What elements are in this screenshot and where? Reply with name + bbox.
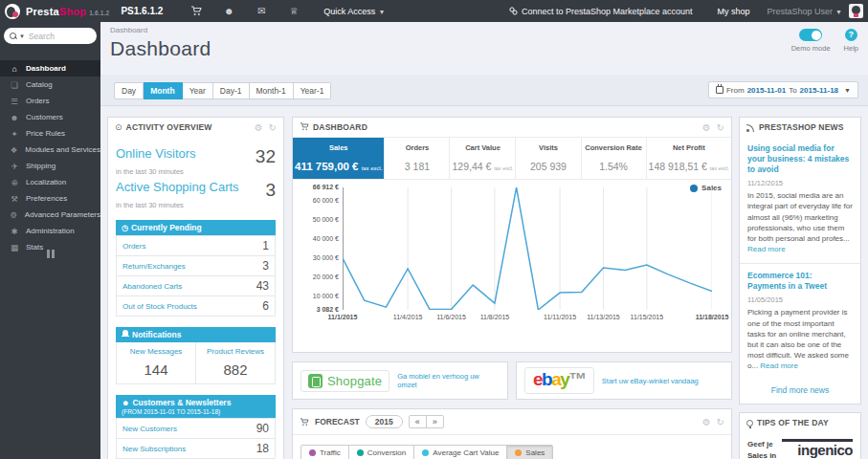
orders-link[interactable]: Orders [122,242,145,251]
metric-average-cart-value-button[interactable]: Average Cart Value [413,446,506,459]
period-month-1-button[interactable]: Month-1 [250,82,294,99]
marketplace-link[interactable]: Connect to PrestaShop Marketplace accoun… [509,7,693,16]
help-control: ? Help [844,29,858,53]
shopgate-link[interactable]: Ga mobiel en verhoog uw omzet [397,372,500,389]
shop-name[interactable]: PS1.6.1.2 [121,6,163,16]
mail-icon[interactable]: ✉ [245,6,278,16]
help-icon[interactable]: ? [845,29,857,41]
period-year-button[interactable]: Year [183,82,213,99]
table-row: Return/Exchanges3 [117,255,275,275]
kpi-conversion-rate[interactable]: Conversion Rate1.54% [581,138,646,179]
search-box[interactable]: ▼ [4,28,97,44]
find-more-news-link[interactable]: Find more news [740,380,860,404]
news-article-title[interactable]: Using social media for your business: 4 … [747,143,853,175]
next-year-button[interactable]: » [426,416,443,427]
kpi-net-profit[interactable]: Net Profit148 918,51 € tax excl. [646,138,731,179]
ebay-logo[interactable]: ebay™ [524,367,594,394]
period-month-button[interactable]: Month [144,82,183,99]
user-menu[interactable]: PrestaShop User▼ [768,7,842,16]
sidebar-item-orders[interactable]: ☰Orders [0,93,100,109]
new-subscriptions-link[interactable]: New Subscriptions [122,445,186,453]
online-visitors-link[interactable]: Online Visitors [116,146,196,161]
orders-icon: ☰ [9,97,20,106]
gear-icon[interactable]: ⚙ [702,122,711,133]
read-more-link[interactable]: Read more [747,245,786,253]
previous-year-button[interactable]: « [410,416,426,427]
out-of-stock-link[interactable]: Out of Stock Products [122,302,197,311]
notifications-header: Notifications [116,327,276,342]
y-tick-label: 60 000 € [313,197,339,204]
news-article-title[interactable]: Ecommerce 101: Payments in a Tweet [747,271,853,292]
customers-newsletters-header: ☻Customers & Newsletters (FROM 2015-11-0… [116,395,276,418]
sidebar-menu: ⌂Dashboard ❏Catalog ☰Orders ☻Customers ✦… [0,60,100,255]
returns-link[interactable]: Return/Exchanges [122,262,186,271]
gear-icon[interactable]: ⚙ [255,122,263,133]
currently-pending-header: ◷Currently Pending [116,220,276,235]
x-tick-label: 11/8/2015 [480,314,510,320]
quick-access-menu[interactable]: Quick Access▼ [323,7,385,16]
product-reviews-link[interactable]: Product Reviews [198,347,273,356]
sidebar-item-advanced-parameters[interactable]: ⚙Advanced Parameters [0,207,100,223]
kpi-orders[interactable]: Orders3 181 [384,138,449,179]
sidebar-item-administration[interactable]: ✱Administration [0,223,100,239]
news-article-date: 11/12/2015 [747,179,853,187]
version-label: 1.6.1.2 [89,10,109,16]
sidebar-item-catalog[interactable]: ❏Catalog [0,76,100,93]
period-year-1-button[interactable]: Year-1 [294,82,332,99]
read-more-link[interactable]: Read more [760,361,798,370]
activity-icon: ⊙ [115,122,122,132]
gear-icon[interactable]: ⚙ [702,417,711,427]
period-day-button[interactable]: Day [114,82,144,99]
sidebar-item-price-rules[interactable]: ✦Price Rules [0,125,100,142]
cart-icon[interactable] [180,6,212,17]
active-carts-link[interactable]: Active Shopping Carts [116,180,239,194]
search-scope-caret[interactable]: ▼ [19,33,25,39]
localization-icon: ⊕ [9,178,20,187]
table-row: New Customers90 [117,418,275,438]
metric-sales-button[interactable]: Sales [506,446,552,459]
table-row: Out of Stock Products6 [117,295,275,316]
abandoned-carts-link[interactable]: Abandoned Carts [122,282,182,291]
kpi-sales[interactable]: Sales411 759,00 € tax excl. [293,138,384,179]
sidebar-item-preferences[interactable]: ⚒Preferences [0,190,100,207]
x-tick-label: 11/15/2015 [631,314,664,320]
new-customers-link[interactable]: New Customers [122,425,177,433]
customers-icon[interactable]: ☻ [212,6,245,16]
ebay-link[interactable]: Start uw eBay-winkel vandaag [602,377,699,385]
news-article-body: Picking a payment provider is one of the… [747,307,853,371]
sales-chart-svg [343,187,712,310]
sidebar-item-localization[interactable]: ⊕Localization [0,174,100,190]
date-range-label: (FROM 2015-11-01 TO 2015-11-18) [122,408,270,415]
prestashop-news-panel: PRESTASHOP NEWS Using social media for y… [739,117,861,404]
breadcrumb[interactable]: Dashboard [100,22,868,34]
sidebar-collapse-button[interactable] [0,245,100,262]
date-range-picker[interactable]: From2015-11-01 To2015-11-18 ▼ [708,81,858,98]
period-day-1-button[interactable]: Day-1 [213,82,250,99]
prestashop-logo[interactable] [5,4,20,19]
trophy-icon[interactable]: ♕ [278,6,310,16]
sidebar-item-shipping[interactable]: ✈Shipping [0,158,100,174]
chevron-down-icon: ▼ [378,9,385,15]
sidebar-item-modules[interactable]: ❖Modules and Services [0,142,100,158]
sidebar-item-customers[interactable]: ☻Customers [0,109,100,125]
shopgate-logo[interactable]: Shopgate [300,370,389,392]
forecast-metric-buttons: Traffic Conversion Average Cart Value Sa… [300,445,553,459]
dashboard-icon: ⌂ [9,64,20,74]
main-content: Dashboard Dashboard Demo mode ? Help Day… [100,22,868,459]
new-messages-link[interactable]: New Messages [119,347,193,356]
metric-conversion-button[interactable]: Conversion [348,446,413,459]
metric-traffic-button[interactable]: Traffic [301,446,348,459]
search-input[interactable] [29,32,84,41]
ingenico-logo[interactable]: ingenico Payment services [782,439,853,459]
refresh-icon[interactable]: ↻ [717,417,724,427]
kpi-visits[interactable]: Visits205 939 [515,138,580,179]
my-shop-link[interactable]: My shop [718,7,750,16]
user-avatar[interactable] [849,4,863,18]
sidebar-item-dashboard[interactable]: ⌂Dashboard [0,60,100,76]
refresh-icon[interactable]: ↻ [717,122,724,133]
ebay-banner: ebay™ Start uw eBay-winkel vandaag [516,361,732,400]
kpi-cart-value[interactable]: Cart Value129,44 € tax excl. [449,138,515,179]
refresh-icon[interactable]: ↻ [269,122,277,133]
forecast-year[interactable]: 2015 [366,415,403,428]
demo-mode-toggle[interactable] [799,29,822,41]
